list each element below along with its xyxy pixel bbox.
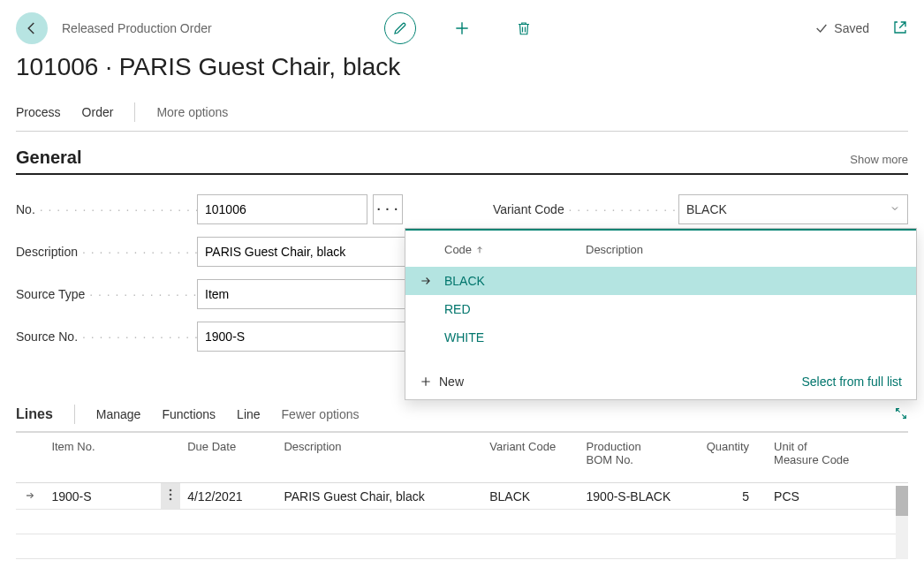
row-indicator-icon [16, 483, 44, 510]
col-bom-no[interactable]: Production BOM No. [579, 433, 696, 483]
trash-icon [516, 20, 532, 36]
label-source-no: Source No. [16, 329, 197, 344]
popout-button[interactable] [892, 19, 908, 38]
dropdown-option[interactable]: WHITE [405, 323, 916, 352]
input-source-type[interactable] [197, 279, 427, 309]
plus-icon [420, 375, 432, 388]
lookup-no-button[interactable]: · · · [373, 194, 403, 224]
sort-asc-icon [475, 246, 484, 254]
dropdown-option-code: WHITE [444, 330, 586, 344]
plus-icon [453, 19, 471, 37]
lines-manage[interactable]: Manage [96, 407, 141, 421]
action-menu-bar: Process Order More options [16, 97, 908, 132]
col-uom[interactable]: Unit of Measure Code [767, 433, 892, 483]
col-quantity[interactable]: Quantity [695, 433, 767, 483]
toolbar-right: Saved [814, 19, 908, 38]
menu-separator [134, 102, 135, 122]
save-status: Saved [814, 21, 869, 35]
dropdown-option-code: BLACK [444, 274, 586, 288]
edit-button[interactable] [384, 12, 416, 44]
dropdown-option[interactable]: RED [405, 295, 916, 323]
svg-point-2 [170, 498, 172, 501]
dropdown-select-full-list[interactable]: Select from full list [801, 375, 902, 389]
more-vertical-icon [169, 488, 172, 501]
label-source-type: Source Type [16, 287, 197, 301]
lines-separator [74, 405, 75, 424]
dropdown-header-description[interactable]: Description [586, 243, 643, 256]
label-description: Description [16, 245, 197, 259]
delete-button[interactable] [508, 12, 540, 44]
popout-icon [892, 19, 908, 35]
input-description[interactable] [197, 237, 427, 267]
cell-bom-no[interactable]: 1900-S-BLACK [579, 483, 696, 510]
toolbar-center [384, 12, 540, 44]
pencil-icon [392, 20, 408, 36]
check-icon [814, 21, 829, 35]
dropdown-new-button[interactable]: New [420, 375, 464, 389]
col-variant-code[interactable]: Variant Code [482, 433, 579, 483]
chevron-down-icon [890, 202, 900, 216]
cell-item-no[interactable]: 1900-S [44, 483, 161, 510]
page-title: 101006 · PARIS Guest Chair, black [16, 53, 908, 81]
page-type-label: Released Production Order [62, 21, 212, 35]
general-heading: General [16, 148, 81, 168]
variant-code-value: BLACK [686, 202, 727, 216]
lines-functions[interactable]: Functions [162, 407, 216, 421]
svg-point-0 [170, 489, 172, 492]
row-menu-button[interactable] [161, 483, 180, 510]
table-row[interactable] [16, 510, 908, 534]
cell-description[interactable]: PARIS Guest Chair, black [276, 483, 482, 510]
arrow-right-icon [420, 275, 444, 287]
new-button[interactable] [446, 12, 478, 44]
svg-point-1 [170, 494, 172, 496]
input-no[interactable] [197, 194, 367, 224]
col-due-date[interactable]: Due Date [180, 433, 276, 483]
cell-uom[interactable]: PCS [767, 483, 892, 510]
lines-line[interactable]: Line [237, 407, 260, 421]
col-description[interactable]: Description [276, 433, 482, 483]
expand-icon [894, 406, 908, 420]
table-row[interactable]: 1900-S4/12/2021PARIS Guest Chair, blackB… [16, 483, 908, 510]
cell-due-date[interactable]: 4/12/2021 [180, 483, 276, 510]
lines-expand-button[interactable] [894, 406, 908, 423]
cell-quantity[interactable]: 5 [695, 483, 767, 510]
label-no: No. [16, 202, 197, 216]
dropdown-option[interactable]: BLACK [405, 267, 916, 295]
save-status-text: Saved [834, 21, 869, 35]
menu-order[interactable]: Order [82, 105, 114, 119]
label-variant-code: Variant Code [493, 202, 678, 216]
input-source-no[interactable] [197, 322, 427, 352]
arrow-left-icon [24, 20, 40, 36]
dropdown-header-code[interactable]: Code [444, 243, 586, 256]
input-variant-code[interactable]: BLACK [678, 194, 908, 224]
top-bar: Released Production Order Saved [16, 7, 908, 49]
cell-variant-code[interactable]: BLACK [482, 483, 579, 510]
table-row[interactable] [16, 534, 908, 559]
back-button[interactable] [16, 12, 48, 44]
show-more-link[interactable]: Show more [850, 153, 908, 166]
lines-grid: Item No. Due Date Description Variant Co… [16, 432, 908, 559]
general-section-header: General Show more [16, 148, 908, 175]
lines-toolbar: Lines Manage Functions Line Fewer option… [16, 398, 908, 432]
variant-code-dropdown: Code Description BLACKREDWHITE New Selec… [405, 228, 917, 400]
lines-fewer-options[interactable]: Fewer options [282, 407, 360, 421]
menu-more-options[interactable]: More options [156, 105, 228, 119]
col-item-no[interactable]: Item No. [44, 433, 161, 483]
dropdown-option-code: RED [444, 302, 586, 316]
scrollbar-thumb[interactable] [896, 486, 908, 516]
lines-title: Lines [16, 406, 53, 422]
menu-process[interactable]: Process [16, 105, 61, 119]
